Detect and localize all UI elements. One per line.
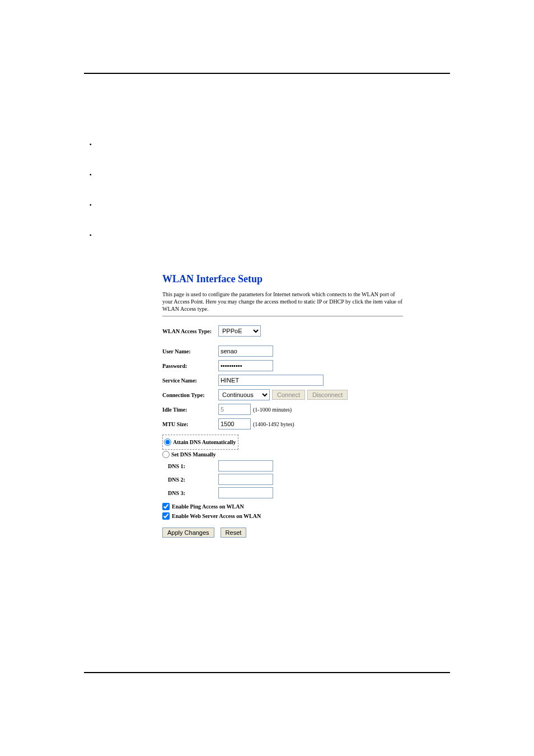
connection-type-label: Connection Type: xyxy=(162,392,218,398)
mtu-size-input[interactable] xyxy=(218,418,251,430)
password-input[interactable] xyxy=(218,360,273,371)
username-label: User Name: xyxy=(162,348,218,354)
enable-web-checkbox[interactable] xyxy=(162,512,170,520)
disconnect-button[interactable]: Disconnect xyxy=(307,390,348,400)
access-type-label: WLAN Access Type: xyxy=(162,328,218,334)
enable-web-label: Enable Web Server Access on WLAN xyxy=(172,513,261,519)
dns2-label: DNS 2: xyxy=(168,477,218,483)
dns-manual-radio[interactable] xyxy=(162,451,170,458)
idle-time-label: Idle Time: xyxy=(162,407,218,413)
bullet-list: . . . . xyxy=(84,141,450,240)
username-input[interactable] xyxy=(218,346,273,357)
enable-ping-label: Enable Ping Access on WLAN xyxy=(172,503,244,510)
enable-ping-checkbox[interactable] xyxy=(162,503,170,510)
page-description: This page is used to configure the param… xyxy=(162,291,403,312)
wlan-setup-panel: WLAN Interface Setup This page is used t… xyxy=(162,273,403,538)
dns3-label: DNS 3: xyxy=(168,490,218,496)
apply-changes-button[interactable]: Apply Changes xyxy=(162,528,214,538)
dns-auto-fieldset: Attain DNS Automatically xyxy=(162,435,238,450)
dns-manual-label: Set DNS Manually xyxy=(171,451,216,458)
bullet-item: . xyxy=(90,202,450,209)
connection-type-select[interactable]: Continuous xyxy=(218,389,270,400)
connect-button[interactable]: Connect xyxy=(272,390,305,400)
dns2-input[interactable] xyxy=(218,474,273,485)
idle-time-input[interactable] xyxy=(218,404,251,415)
mtu-size-range: (1400-1492 bytes) xyxy=(253,421,294,427)
mtu-size-label: MTU Size: xyxy=(162,421,218,427)
bullet-item: . xyxy=(90,171,450,179)
separator xyxy=(162,316,403,316)
dns-auto-label: Attain DNS Automatically xyxy=(173,439,236,445)
dns1-input[interactable] xyxy=(218,460,273,472)
dns3-input[interactable] xyxy=(218,487,273,498)
top-divider xyxy=(84,73,450,74)
reset-button[interactable]: Reset xyxy=(221,528,247,538)
dns1-label: DNS 1: xyxy=(168,463,218,469)
service-name-label: Service Name: xyxy=(162,377,218,384)
bottom-divider xyxy=(84,672,450,673)
bullet-item: . xyxy=(90,141,450,149)
dns-auto-radio[interactable] xyxy=(164,438,171,446)
service-name-input[interactable] xyxy=(218,375,324,386)
access-type-select[interactable]: PPPoE xyxy=(218,325,261,337)
idle-time-range: (1-1000 minutes) xyxy=(253,407,292,413)
password-label: Password: xyxy=(162,363,218,369)
page-title: WLAN Interface Setup xyxy=(162,273,403,285)
bullet-item: . xyxy=(90,232,450,240)
